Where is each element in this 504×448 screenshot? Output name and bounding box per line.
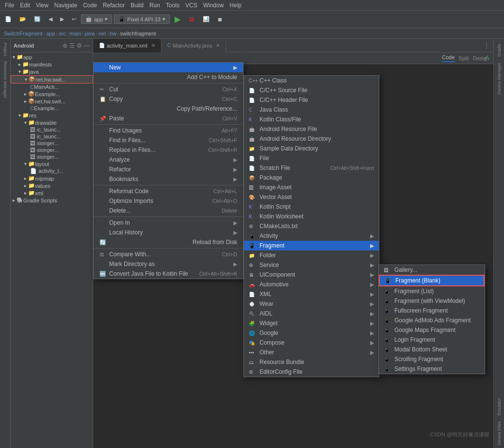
sub-kotlin-script[interactable]: K Kotlin Script: [244, 202, 379, 212]
menu-file[interactable]: File: [2, 2, 17, 9]
tree-java[interactable]: ▾ 📁 java: [11, 68, 93, 75]
ctx-replace-files[interactable]: Replace in Files... Ctrl+Shift+R: [94, 145, 243, 155]
sub-sample-data[interactable]: 📁 Sample Data Directory: [244, 144, 379, 153]
ctx-copy[interactable]: 📋 Copy Ctrl+C: [94, 94, 243, 104]
ctx-delete[interactable]: Delete... Delete: [94, 206, 243, 216]
breadcrumb-net[interactable]: net: [98, 31, 106, 36]
tree-ic-launch1[interactable]: 🖼 ic_launc...: [11, 126, 93, 133]
tree-layout[interactable]: ▾ 📁 layout: [11, 160, 93, 167]
sub-fragment-list[interactable]: 📱 Fragment (List): [379, 286, 485, 296]
sub-android-resource-dir[interactable]: 🤖 Android Resource Directory: [244, 134, 379, 144]
ctx-reload[interactable]: 🔄 Reload from Disk: [94, 237, 243, 247]
menu-code[interactable]: Code: [80, 2, 100, 9]
sub-service[interactable]: ⚙ Service ▶: [244, 260, 379, 270]
tree-gradle[interactable]: ▸ 🐘 Gradle Scripts: [11, 197, 93, 204]
ctx-open-in[interactable]: Open In ▶: [94, 218, 243, 228]
sub-gallery[interactable]: 🖼 Gallery...: [379, 265, 485, 275]
device-file-tab[interactable]: Device Files: [496, 418, 503, 448]
tree-activity-layout[interactable]: 📄 activity_l...: [11, 167, 93, 175]
tree-values[interactable]: ▸ 📁 values: [11, 182, 93, 189]
project-panel-icon3[interactable]: ⚙: [77, 42, 82, 49]
menu-vcs[interactable]: VCS: [182, 2, 200, 9]
sub-folder[interactable]: 📁 Folder ▶: [244, 250, 379, 260]
ctx-optimize[interactable]: Optimize Imports Ctrl+Alt+O: [94, 196, 243, 206]
tree-net-hw-swit2[interactable]: ▸ 📦 net.hw.swit...: [11, 98, 93, 105]
breadcrumb-main[interactable]: main: [70, 31, 81, 36]
sub-uicomponent[interactable]: 🖥 UiComponent ▶: [244, 270, 379, 280]
breadcrumb-app[interactable]: app: [46, 31, 55, 36]
sub-settings-fragment[interactable]: 📱 Settings Fragment: [379, 364, 485, 374]
gradle-tab[interactable]: Gradle: [496, 41, 503, 60]
tree-xionger2[interactable]: 🖼 xionger...: [11, 147, 93, 153]
menu-view[interactable]: View: [33, 2, 51, 9]
menu-navigate[interactable]: Navigate: [51, 2, 80, 9]
menu-tools[interactable]: Tools: [163, 2, 182, 9]
menu-build[interactable]: Build: [128, 2, 146, 9]
sub-scratch-file[interactable]: 📄 Scratch File Ctrl+Alt+Shift+Insert: [244, 163, 379, 173]
toolbar-back[interactable]: ◀: [46, 15, 55, 23]
breadcrumb-src[interactable]: src: [59, 31, 66, 36]
ctx-local-history[interactable]: Local History ▶: [94, 228, 243, 237]
sub-cpp-source[interactable]: 📄 C/C++ Source File: [244, 85, 379, 95]
sub-maps-fragment[interactable]: 📱 Google Maps Fragment: [379, 325, 485, 335]
sub-file[interactable]: 📄 File: [244, 153, 379, 163]
tree-manifests[interactable]: ▸ 📁 manifests: [11, 61, 93, 68]
sub-activity[interactable]: 📱 Activity ▶: [244, 231, 379, 241]
sub-google[interactable]: 🌐 Google ▶: [244, 328, 379, 338]
sub-cpp-header[interactable]: 📄 C/C++ Header File: [244, 95, 379, 105]
sub-java-class[interactable]: C Java Class: [244, 105, 379, 115]
sub-cpp-class[interactable]: C++ C++ Class: [244, 76, 379, 85]
menu-refactor[interactable]: Refactor: [100, 2, 128, 9]
ctx-cut[interactable]: ✂ Cut Ctrl+X: [94, 84, 243, 94]
toolbar-run[interactable]: ▶: [172, 14, 183, 25]
breadcrumb-switchfragment[interactable]: SwitchFragment: [4, 31, 42, 36]
sub-cmake[interactable]: ⚙ CMakeLists.txt: [244, 221, 379, 231]
ctx-convert[interactable]: 🔤 Convert Java File to Kotlin File Ctrl+…: [94, 269, 243, 279]
breadcrumb-switchfragment2[interactable]: switchfragment: [120, 31, 156, 36]
ctx-refactor[interactable]: Refactor ▶: [94, 165, 243, 174]
tab-close-activity[interactable]: ✕: [151, 43, 155, 48]
toolbar-forward[interactable]: ▶: [57, 15, 67, 23]
ctx-mark-dir[interactable]: Mark Directory as ▶: [94, 259, 243, 269]
tree-drawable[interactable]: ▾ 📁 drawable: [11, 119, 93, 126]
sub-kotlin-worksheet[interactable]: K Kotlin Worksheet: [244, 212, 379, 221]
ctx-new[interactable]: New ▶: [94, 63, 243, 72]
toolbar-debug[interactable]: 🐞: [185, 15, 198, 23]
project-tab[interactable]: Project: [2, 41, 9, 58]
app-selector[interactable]: 🤖 app ▾: [81, 15, 112, 24]
sub-vector-asset[interactable]: 🎨 Vector Asset: [244, 192, 379, 202]
project-panel-icon1[interactable]: ⊕: [63, 42, 67, 49]
tree-app[interactable]: ▾ 📁 app: [11, 53, 93, 61]
tree-xionger1[interactable]: 🖼 xionger...: [11, 140, 93, 147]
ctx-add-cpp[interactable]: Add C++ to Module: [94, 72, 243, 82]
toolbar-undo[interactable]: ↩: [69, 15, 79, 23]
sub-android-resource-file[interactable]: 🤖 Android Resource File: [244, 124, 379, 134]
device-selector[interactable]: 📱 Pixel 4 API 33 ▾: [114, 15, 170, 24]
sub-wear[interactable]: ⌚ Wear ▶: [244, 299, 379, 309]
tab-mainactivity[interactable]: C MainActivity.java ✕: [162, 39, 226, 52]
sub-fragment[interactable]: 📱 Fragment ▶: [244, 241, 379, 250]
tab-close-main[interactable]: ✕: [216, 43, 220, 48]
tree-xml[interactable]: ▸ 📁 xml: [11, 189, 93, 197]
sub-fullscreen-fragment[interactable]: 📱 Fullscreen Fragment: [379, 306, 485, 315]
breadcrumb-hw[interactable]: hw: [110, 31, 116, 36]
resource-manager-tab[interactable]: Resource Manager: [2, 59, 9, 100]
tab-activity-main[interactable]: 📄 activity_main.xml ✕: [93, 39, 162, 52]
sub-compose[interactable]: 🎭 Compose ▶: [244, 338, 379, 348]
sub-kotlin-class[interactable]: K Kotlin Class/File: [244, 115, 379, 124]
sub-aidl[interactable]: 🔌 AIDL ▶: [244, 309, 379, 318]
ctx-find-files[interactable]: Find in Files... Ctrl+Shift+F: [94, 135, 243, 145]
tree-net-hw-swit1[interactable]: ▾ 📦 net.hw.swit...: [11, 75, 93, 83]
sub-widget[interactable]: 🧩 Widget ▶: [244, 318, 379, 328]
tree-mipmap[interactable]: ▸ 📁 mipmap: [11, 175, 93, 182]
sub-other[interactable]: ••• Other ▶: [244, 348, 379, 357]
tree-xionger3[interactable]: 🖼 xionger...: [11, 153, 93, 160]
tree-example1[interactable]: ▸ 📦 Example...: [11, 90, 93, 98]
device-manager-tab[interactable]: Device Manager: [496, 60, 503, 98]
project-panel-icon2[interactable]: ☰: [69, 42, 75, 49]
sub-resource-bundle[interactable]: 🗂 Resource Bundle: [244, 357, 379, 367]
sub-modal-bottom-sheet[interactable]: 📱 Modal Bottom Sheet: [379, 345, 485, 354]
sub-xml[interactable]: 📄 XML ▶: [244, 289, 379, 299]
sub-package[interactable]: 📦 Package: [244, 173, 379, 183]
ctx-analyze[interactable]: Analyze ▶: [94, 155, 243, 165]
